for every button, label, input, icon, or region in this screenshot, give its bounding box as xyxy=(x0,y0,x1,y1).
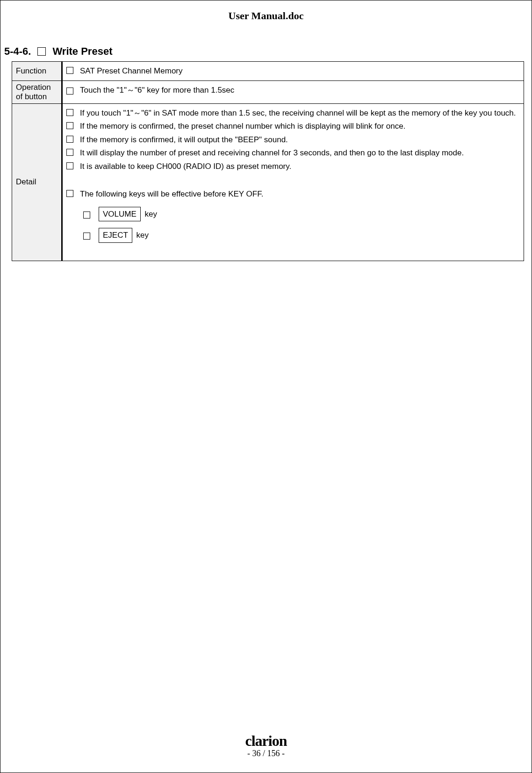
keycap-volume: VOLUME xyxy=(99,207,141,222)
spec-table: Function SAT Preset Channel Memory Opera… xyxy=(12,61,524,261)
checkbox-icon xyxy=(66,88,73,95)
detail-bullet: If you touch "1"～"6" in SAT mode more th… xyxy=(80,107,520,119)
checkbox-icon xyxy=(66,122,73,129)
table-row: Function SAT Preset Channel Memory xyxy=(12,62,524,81)
operation-label-1: Operation xyxy=(16,83,58,92)
page-footer: clarion - 36 / 156 - xyxy=(0,732,532,758)
document-page: User Manual.doc 5-4-6. Write Preset Func… xyxy=(0,0,532,773)
key-suffix: key xyxy=(137,231,149,240)
detail-bullet: If the memory is confirmed, it will outp… xyxy=(80,134,520,146)
operation-label-2: of button xyxy=(16,92,58,102)
keycap-eject: EJECT xyxy=(99,228,132,243)
detail-footer-bullet: The following keys will be effective bef… xyxy=(80,188,520,200)
row-label-operation: Operation of button xyxy=(12,80,63,103)
checkbox-icon xyxy=(83,211,90,219)
row-label-function: Function xyxy=(12,62,63,81)
detail-bullet: If the memory is confirmed, the preset c… xyxy=(80,120,520,132)
checkbox-icon xyxy=(66,190,73,197)
row-label-detail: Detail xyxy=(12,103,63,261)
key-item: EJECT key xyxy=(97,228,520,243)
detail-bullet: It is available to keep CH000 (RADIO ID)… xyxy=(80,160,520,173)
section-number: 5-4-6. xyxy=(4,45,31,58)
checkbox-icon xyxy=(83,233,90,240)
key-list: VOLUME key EJECT key xyxy=(83,207,520,243)
operation-text: Touch the "1"～"6" key for more than 1.5s… xyxy=(80,84,520,96)
key-item: VOLUME key xyxy=(97,207,520,222)
checkbox-icon xyxy=(66,149,73,156)
key-suffix: key xyxy=(145,210,157,219)
checkbox-icon xyxy=(66,109,73,116)
page-number: - 36 / 156 - xyxy=(0,749,532,758)
row-content-function: SAT Preset Channel Memory xyxy=(63,62,524,81)
section-heading: 5-4-6. Write Preset xyxy=(4,45,528,58)
function-text: SAT Preset Channel Memory xyxy=(80,65,520,77)
table-row: Detail If you touch "1"～"6" in SAT mode … xyxy=(12,103,524,261)
row-content-detail: If you touch "1"～"6" in SAT mode more th… xyxy=(63,103,524,261)
detail-bullet: It will display the number of preset and… xyxy=(80,147,520,159)
row-content-operation: Touch the "1"～"6" key for more than 1.5s… xyxy=(63,80,524,103)
checkbox-icon xyxy=(37,47,46,56)
brand-logo: clarion xyxy=(0,732,532,750)
checkbox-icon xyxy=(66,67,73,74)
table-row: Operation of button Touch the "1"～"6" ke… xyxy=(12,80,524,103)
section-title: Write Preset xyxy=(52,45,112,58)
checkbox-icon xyxy=(66,136,73,143)
document-title: User Manual.doc xyxy=(4,10,528,22)
checkbox-icon xyxy=(66,162,73,169)
